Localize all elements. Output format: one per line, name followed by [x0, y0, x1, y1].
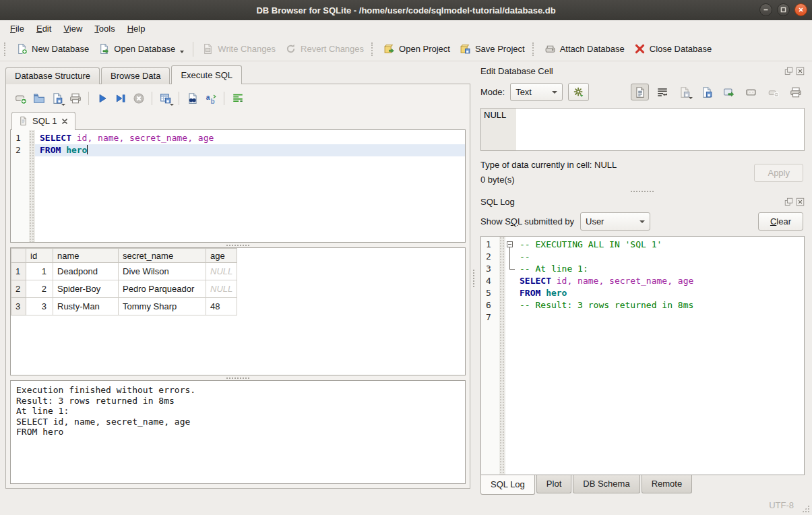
- import-cell-button[interactable]: [697, 84, 716, 100]
- dock-float-icon[interactable]: [784, 198, 793, 206]
- clear-button[interactable]: Clear: [758, 212, 803, 231]
- link-cell-button[interactable]: [742, 84, 760, 100]
- table-cell[interactable]: Deadpond: [53, 263, 119, 280]
- stop-button[interactable]: [129, 90, 148, 107]
- close-database-button[interactable]: Close Database: [629, 40, 717, 57]
- save-results-button[interactable]: [156, 90, 175, 107]
- resize-grip[interactable]: [801, 504, 810, 513]
- toolbar-handle[interactable]: [4, 42, 7, 56]
- open-database-label: Open Database: [114, 44, 175, 54]
- menu-file[interactable]: File: [4, 22, 30, 36]
- save-project-button[interactable]: Save Project: [455, 40, 530, 57]
- text-mode-button[interactable]: [631, 84, 649, 100]
- menu-help[interactable]: Help: [121, 22, 152, 36]
- editor-code-area[interactable]: SELECT id, name, secret_name, ageFROM he…: [35, 130, 465, 242]
- tab-execute-sql[interactable]: Execute SQL: [171, 65, 242, 84]
- open-sql-button[interactable]: [30, 90, 48, 107]
- indent-button[interactable]: [228, 90, 247, 107]
- toolbar-handle[interactable]: [371, 42, 375, 56]
- editor-fold-margin: [29, 130, 35, 242]
- open-database-button[interactable]: Open Database: [94, 40, 189, 57]
- word-wrap-button[interactable]: [653, 84, 671, 100]
- open-project-button[interactable]: Open Project: [379, 40, 455, 57]
- dock-float-icon[interactable]: [784, 67, 793, 75]
- table-cell[interactable]: Tommy Sharp: [119, 298, 206, 315]
- revert-changes-button[interactable]: Revert Changes: [280, 40, 369, 57]
- pane-splitter[interactable]: [470, 61, 476, 495]
- row-number[interactable]: 1: [11, 263, 26, 280]
- table-cell[interactable]: 48: [206, 298, 237, 315]
- bottom-tab-sql-log[interactable]: SQL Log: [480, 475, 535, 495]
- chevron-down-icon[interactable]: [170, 104, 174, 106]
- menu-edit[interactable]: Edit: [30, 22, 57, 36]
- menu-tools[interactable]: Tools: [88, 22, 121, 36]
- column-header-age[interactable]: age: [206, 249, 237, 263]
- sql-doc-tab[interactable]: SQL 1: [11, 112, 75, 130]
- new-tab-button[interactable]: [11, 90, 30, 107]
- execute-line-button[interactable]: [111, 90, 129, 107]
- titlebar[interactable]: DB Browser for SQLite - /home/user/code/…: [0, 0, 812, 20]
- attach-database-button[interactable]: Attach Database: [540, 40, 629, 57]
- close-tab-icon[interactable]: [61, 117, 69, 125]
- chevron-down-icon[interactable]: [689, 97, 693, 99]
- find-button[interactable]: [183, 90, 201, 107]
- sql-editor[interactable]: 12 SELECT id, name, secret_name, ageFROM…: [10, 129, 466, 243]
- row-number[interactable]: 3: [11, 298, 26, 315]
- table-cell[interactable]: Rusty-Man: [53, 298, 119, 315]
- table-cell[interactable]: 3: [26, 298, 53, 315]
- bottom-tab-remote[interactable]: Remote: [642, 475, 693, 493]
- maximize-button[interactable]: [777, 3, 790, 16]
- splitter-editor-results[interactable]: [10, 243, 466, 247]
- table-cell[interactable]: NULL: [206, 263, 237, 280]
- mode-select[interactable]: Text: [510, 83, 563, 101]
- bottom-tab-db-schema[interactable]: DB Schema: [573, 475, 639, 493]
- export-cell-button[interactable]: [720, 84, 738, 100]
- column-header-id[interactable]: id: [26, 249, 53, 263]
- menu-view[interactable]: View: [57, 22, 88, 36]
- table-cell[interactable]: Spider-Boy: [53, 280, 119, 298]
- clear-cell-button[interactable]: [764, 84, 782, 100]
- table-cell[interactable]: Dive Wilson: [119, 263, 206, 280]
- fold-spacer: [505, 287, 515, 299]
- log-filter-select[interactable]: User: [580, 212, 650, 231]
- fold-marker[interactable]: [505, 239, 515, 251]
- row-number[interactable]: 2: [11, 280, 26, 298]
- column-header-name[interactable]: name: [53, 249, 119, 263]
- splitter-docks[interactable]: [478, 189, 806, 193]
- bottom-tab-plot[interactable]: Plot: [536, 475, 571, 493]
- table-cell[interactable]: Pedro Parqueador: [119, 280, 206, 298]
- execute-button[interactable]: [93, 90, 111, 107]
- apply-button[interactable]: Apply: [754, 164, 803, 182]
- dock-close-icon[interactable]: [796, 67, 805, 75]
- table-cell[interactable]: NULL: [206, 280, 237, 298]
- import-cell-icon: [701, 86, 713, 98]
- print-cell-button[interactable]: [786, 84, 805, 100]
- minimize-button[interactable]: [759, 3, 772, 16]
- cell-text-area[interactable]: [516, 109, 804, 150]
- code-line[interactable]: SELECT id, name, secret_name, age: [35, 132, 465, 144]
- revert-changes-icon: [285, 43, 296, 55]
- corner-header[interactable]: [11, 249, 26, 263]
- write-changes-label: Write Changes: [218, 44, 276, 54]
- toolbar-handle[interactable]: [532, 42, 536, 56]
- code-line[interactable]: FROM hero: [35, 144, 465, 156]
- chevron-down-icon[interactable]: [61, 104, 65, 106]
- cell-editor[interactable]: NULL: [480, 108, 805, 151]
- table-cell[interactable]: 1: [26, 263, 53, 280]
- save-sql-button[interactable]: [48, 90, 66, 107]
- write-changes-button[interactable]: Write Changes: [197, 40, 280, 57]
- close-button[interactable]: [794, 3, 807, 16]
- column-header-secret-name[interactable]: secret_name: [119, 249, 206, 263]
- chevron-down-icon[interactable]: [180, 51, 184, 53]
- print-button[interactable]: [66, 90, 84, 107]
- new-database-button[interactable]: New Database: [11, 40, 94, 57]
- auto-apply-button[interactable]: [568, 83, 589, 101]
- save-cell-button[interactable]: [675, 84, 693, 100]
- revert-changes-label: Revert Changes: [301, 44, 364, 54]
- format-button[interactable]: ab: [201, 90, 220, 107]
- tab-database-structure[interactable]: Database Structure: [5, 67, 100, 84]
- tab-browse-data[interactable]: Browse Data: [101, 67, 170, 84]
- table-cell[interactable]: 2: [26, 280, 53, 298]
- splitter-results-message[interactable]: [10, 375, 466, 380]
- dock-close-icon[interactable]: [796, 198, 805, 206]
